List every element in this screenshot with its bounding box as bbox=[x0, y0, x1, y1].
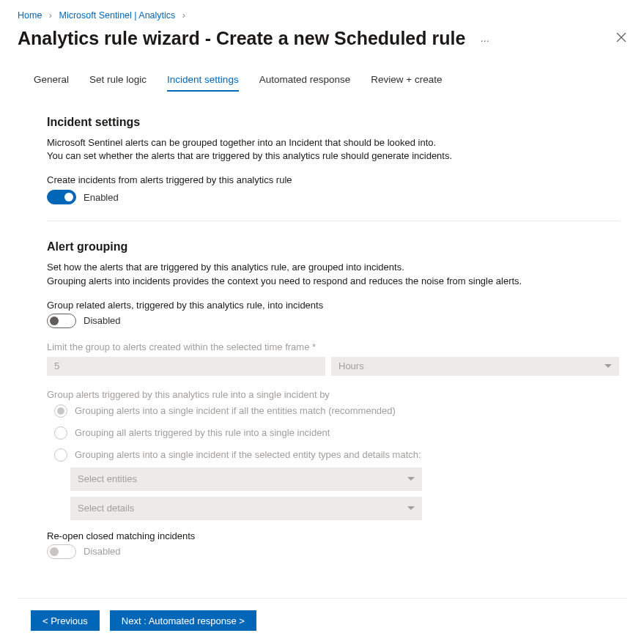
incident-settings-description: Microsoft Sentinel alerts can be grouped… bbox=[47, 136, 619, 163]
close-icon[interactable] bbox=[616, 32, 626, 45]
select-entities-placeholder: Select entities bbox=[78, 473, 137, 484]
next-button[interactable]: Next : Automated response > bbox=[110, 610, 256, 631]
header: Analytics rule wizard - Create a new Sch… bbox=[18, 28, 626, 49]
create-incidents-label: Create incidents from alerts triggered b… bbox=[47, 174, 619, 185]
reopen-closed-toggle-state: Disabled bbox=[84, 546, 121, 557]
group-by-radio-group: Grouping alerts into a single incident i… bbox=[47, 404, 619, 520]
tab-incident-settings[interactable]: Incident settings bbox=[167, 70, 239, 91]
chevron-down-icon bbox=[407, 506, 415, 510]
limit-timeframe-unit-select[interactable]: Hours bbox=[331, 357, 619, 376]
limit-timeframe-input[interactable]: 5 bbox=[47, 357, 325, 376]
more-icon[interactable]: … bbox=[480, 33, 491, 44]
breadcrumb-link-home[interactable]: Home bbox=[18, 10, 42, 21]
tab-set-rule-logic[interactable]: Set rule logic bbox=[89, 70, 147, 91]
radio-entities-match-label: Grouping alerts into a single incident i… bbox=[75, 405, 396, 416]
breadcrumb: Home › Microsoft Sentinel | Analytics › bbox=[18, 10, 626, 21]
create-incidents-toggle-state: Enabled bbox=[84, 192, 119, 203]
reopen-closed-label: Re-open closed matching incidents bbox=[47, 530, 619, 541]
tab-automated-response[interactable]: Automated response bbox=[259, 70, 351, 91]
group-related-toggle-state: Disabled bbox=[84, 315, 121, 326]
group-by-label: Group alerts triggered by this analytics… bbox=[47, 389, 619, 400]
footer: < Previous Next : Automated response > bbox=[18, 598, 626, 631]
chevron-right-icon: › bbox=[49, 10, 52, 21]
limit-timeframe-unit-value: Hours bbox=[338, 360, 364, 371]
previous-button[interactable]: < Previous bbox=[31, 610, 100, 631]
radio-selected-types[interactable] bbox=[54, 448, 67, 462]
breadcrumb-link-sentinel[interactable]: Microsoft Sentinel | Analytics bbox=[59, 10, 175, 21]
tabs: General Set rule logic Incident settings… bbox=[18, 70, 626, 91]
radio-all-alerts[interactable] bbox=[54, 426, 67, 440]
reopen-closed-toggle[interactable] bbox=[47, 544, 76, 559]
divider bbox=[47, 221, 619, 221]
chevron-down-icon bbox=[407, 477, 415, 481]
create-incidents-toggle[interactable] bbox=[47, 190, 76, 204]
alert-grouping-description: Set how the alerts that are triggered by… bbox=[47, 261, 619, 287]
section-heading-alert-grouping: Alert grouping bbox=[47, 240, 619, 253]
select-details-placeholder: Select details bbox=[78, 503, 134, 514]
chevron-down-icon bbox=[604, 364, 612, 368]
radio-entities-match[interactable] bbox=[54, 404, 67, 418]
tab-general[interactable]: General bbox=[34, 70, 69, 91]
section-heading-incident-settings: Incident settings bbox=[47, 116, 619, 129]
radio-all-alerts-label: Grouping all alerts triggered by this ru… bbox=[75, 427, 330, 438]
radio-selected-types-label: Grouping alerts into a single incident i… bbox=[75, 449, 421, 460]
chevron-right-icon: › bbox=[182, 10, 185, 21]
select-entities[interactable]: Select entities bbox=[70, 467, 422, 491]
group-related-toggle[interactable] bbox=[47, 314, 76, 328]
group-related-label: Group related alerts, triggered by this … bbox=[47, 300, 619, 311]
page-title: Analytics rule wizard - Create a new Sch… bbox=[18, 28, 465, 49]
select-details[interactable]: Select details bbox=[70, 497, 422, 520]
tab-review-create[interactable]: Review + create bbox=[371, 70, 442, 91]
limit-timeframe-label: Limit the group to alerts created within… bbox=[47, 341, 619, 352]
